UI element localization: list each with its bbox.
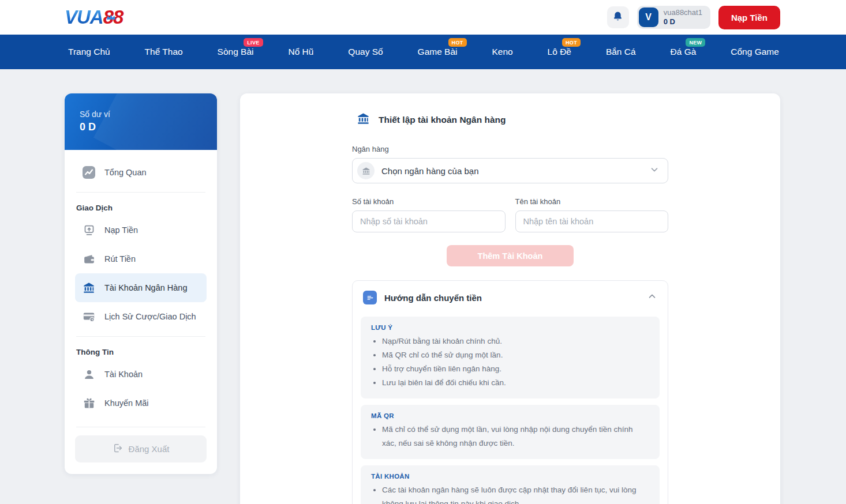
logout-button[interactable]: Đăng Xuất xyxy=(75,435,207,462)
user-account-chip[interactable]: V vua88chat1 0 D xyxy=(637,6,710,29)
account-sidebar: Số dư ví 0 D Tổng Quan Giao Dịch Nạp Tiề… xyxy=(65,93,217,474)
chevron-down-icon xyxy=(649,164,660,177)
bank-icon xyxy=(357,162,375,179)
sidebar-item-label: Tài Khoản Ngân Hàng xyxy=(104,283,188,292)
nav-item-game-portal[interactable]: Cổng Game xyxy=(731,47,779,57)
nav-item-fishing[interactable]: Bắn Cá xyxy=(606,47,636,57)
bank-icon xyxy=(357,112,370,127)
username: vua88chat1 xyxy=(664,8,702,17)
guide-section-notes: LƯU Ý Nạp/Rút bằng tài khoản chính chủ. … xyxy=(361,317,660,398)
logo-text-blue: VUA xyxy=(65,6,103,28)
guide-section-qr: MÃ QR Mã chỉ có thể sử dụng một lần, vui… xyxy=(361,405,660,459)
hot-badge: HOT xyxy=(562,38,581,47)
bank-icon xyxy=(82,281,96,295)
divider xyxy=(76,427,205,427)
wallet-label: Số dư ví xyxy=(80,110,202,119)
bank-select[interactable]: Chọn ngân hàng của bạn xyxy=(352,158,668,183)
sidebar-item-label: Rút Tiền xyxy=(104,254,136,264)
nav-item-cockfight[interactable]: Đá GàNEW xyxy=(671,47,697,57)
account-number-label: Số tài khoản xyxy=(352,197,506,206)
bank-select-value: Chọn ngân hàng của bạn xyxy=(381,166,649,176)
wallet-balance-panel: Số dư ví 0 D xyxy=(65,93,217,150)
sidebar-item-promotions[interactable]: Khuyến Mãi xyxy=(75,389,207,418)
guide-section-heading: MÃ QR xyxy=(371,412,649,419)
book-icon xyxy=(363,291,377,304)
nav-item-lottery[interactable]: Lô ĐềHOT xyxy=(548,47,571,57)
nav-item-casino[interactable]: Sòng BàiLIVE xyxy=(218,47,254,57)
nav-item-keno[interactable]: Keno xyxy=(492,47,512,57)
guide-bullet: Các tài khoản ngân hàng sẽ luôn được cập… xyxy=(382,483,649,504)
sidebar-item-overview[interactable]: Tổng Quan xyxy=(75,158,207,187)
logout-icon xyxy=(113,443,123,455)
nav-item-home[interactable]: Trang Chủ xyxy=(68,47,110,57)
guide-header[interactable]: Hướng dẫn chuyển tiền xyxy=(361,289,660,310)
nav-item-slots[interactable]: Nổ Hũ xyxy=(288,47,313,57)
bank-setup-panel: Thiết lập tài khoản Ngân hàng Ngân hàng … xyxy=(240,93,780,504)
guide-title: Hướng dẫn chuyển tiền xyxy=(384,293,639,303)
account-number-input[interactable] xyxy=(352,210,506,232)
page-title: Thiết lập tài khoản Ngân hàng xyxy=(379,115,506,125)
card-history-icon xyxy=(82,310,96,324)
account-name-label: Tên tài khoản xyxy=(515,197,669,206)
notification-button[interactable] xyxy=(607,6,629,28)
sidebar-item-label: Khuyến Mãi xyxy=(104,398,149,408)
wallet-balance: 0 D xyxy=(80,121,202,133)
live-badge: LIVE xyxy=(244,38,263,47)
account-name-input[interactable] xyxy=(515,210,669,232)
main-nav: Trang Chủ Thể Thao Sòng BàiLIVE Nổ Hũ Qu… xyxy=(0,35,846,69)
avatar: V xyxy=(639,7,658,27)
guide-section-account: TÀI KHOẢN Các tài khoản ngân hàng sẽ luô… xyxy=(361,465,660,504)
hot-badge: HOT xyxy=(448,38,467,47)
sidebar-item-bank-accounts[interactable]: Tài Khoản Ngân Hàng xyxy=(75,273,207,302)
transfer-guide-panel: Hướng dẫn chuyển tiền LƯU Ý Nạp/Rút bằng… xyxy=(352,280,668,504)
top-header: VUA88 V vua88chat1 0 D Nạp Tiền xyxy=(0,0,846,35)
divider xyxy=(76,336,205,337)
bank-select-label: Ngân hàng xyxy=(352,145,668,153)
divider xyxy=(76,192,205,193)
sidebar-item-history[interactable]: Lịch Sử Cược/Giao Dịch xyxy=(75,302,207,331)
person-icon xyxy=(82,367,96,381)
crown-icon xyxy=(106,3,116,25)
wallet-balance-chip: 0 D xyxy=(664,17,702,27)
guide-bullet: Hỗ trợ chuyển tiền liên ngân hàng. xyxy=(382,362,649,376)
sidebar-item-label: Tổng Quan xyxy=(104,168,147,177)
atm-deposit-icon xyxy=(82,223,96,237)
nav-item-numbers[interactable]: Quay Số xyxy=(348,47,383,57)
chevron-up-icon xyxy=(647,291,657,304)
sidebar-item-account[interactable]: Tài Khoản xyxy=(75,360,207,389)
wallet-icon xyxy=(82,252,96,266)
sidebar-section-info: Thông Tin xyxy=(75,342,207,360)
sidebar-item-withdraw[interactable]: Rút Tiền xyxy=(75,245,207,273)
trend-chart-icon xyxy=(82,166,96,179)
guide-bullet: Lưu lại biên lai để đối chiếu khi cần. xyxy=(382,376,649,390)
gift-icon xyxy=(82,396,96,410)
new-badge: NEW xyxy=(686,38,705,47)
logout-label: Đăng Xuất xyxy=(129,444,170,454)
sidebar-section-transactions: Giao Dịch xyxy=(75,198,207,216)
sidebar-item-deposit[interactable]: Nạp Tiền xyxy=(75,216,207,245)
nav-item-sports[interactable]: Thể Thao xyxy=(145,47,183,57)
guide-bullet: Mã chỉ có thể sử dụng một lần, vui lòng … xyxy=(382,423,649,450)
guide-bullet: Mã QR chỉ có thể sử dụng một lần. xyxy=(382,348,649,362)
guide-bullet: Nạp/Rút bằng tài khoản chính chủ. xyxy=(382,334,649,348)
sidebar-item-label: Tài Khoản xyxy=(104,370,143,379)
guide-section-heading: TÀI KHOẢN xyxy=(371,473,649,480)
bell-icon xyxy=(612,11,623,24)
guide-section-heading: LƯU Ý xyxy=(371,324,649,331)
sidebar-item-label: Lịch Sử Cược/Giao Dịch xyxy=(104,312,196,321)
nav-item-cards[interactable]: Game BàiHOT xyxy=(418,47,458,57)
brand-logo[interactable]: VUA88 xyxy=(65,6,123,28)
sidebar-item-label: Nạp Tiền xyxy=(104,225,138,235)
add-account-button[interactable]: Thêm Tài Khoản xyxy=(447,245,574,266)
deposit-button[interactable]: Nạp Tiền xyxy=(718,6,780,29)
